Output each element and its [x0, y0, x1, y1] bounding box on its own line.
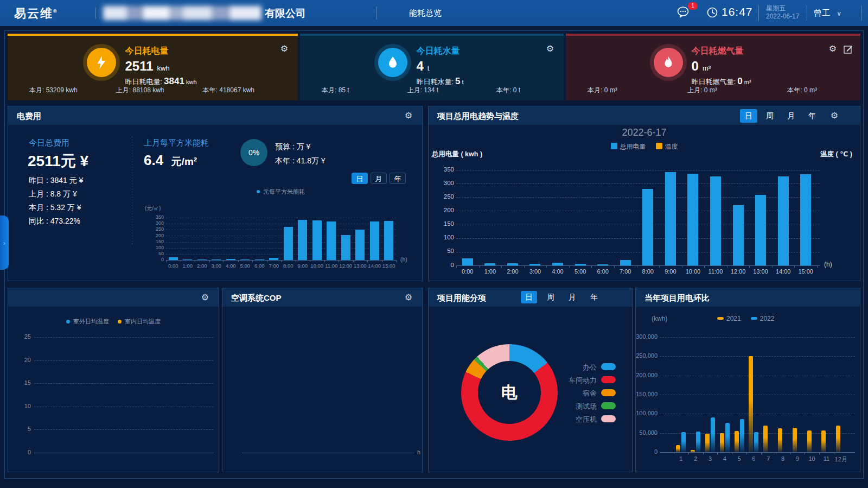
bar — [212, 259, 221, 260]
edit-icon[interactable] — [844, 45, 853, 54]
panel-title: 项目用能分项 — [437, 293, 486, 303]
y-axis-tick: 250 — [435, 193, 454, 200]
legend-label[interactable]: 测试场 — [521, 402, 597, 411]
legend-item[interactable]: 总用电量 — [611, 142, 646, 151]
x-tick-mark — [659, 265, 660, 268]
tab-月[interactable]: 月 — [564, 291, 580, 303]
card-accent-bar — [8, 34, 298, 36]
panel-electricity-cost: 电费用 ⚙ 今日总费用 2511元 ¥ 昨日 : 3841 元 ¥ 上月 : 8… — [8, 106, 423, 281]
y-axis-tick: 150 — [145, 239, 164, 244]
bar — [529, 264, 540, 265]
tab-周[interactable]: 周 — [542, 291, 559, 303]
bar — [484, 263, 495, 265]
y-axis-tick: 50,000 — [633, 429, 658, 436]
gear-icon[interactable]: ⚙ — [280, 45, 288, 53]
legend-swatch[interactable] — [601, 376, 616, 383]
split-tab-group: 日周月年 — [521, 291, 602, 303]
x-tick-mark — [790, 452, 790, 454]
tab-年[interactable]: 年 — [803, 109, 821, 123]
card-gas: ⚙ 今日耗燃气量 0m³ 昨日耗燃气量:0m³ 本月: 0 m³上月: 0 m³… — [566, 34, 860, 100]
x-tick-mark — [834, 452, 834, 454]
x-tick-mark — [546, 265, 547, 268]
bar-2021 — [836, 426, 840, 452]
x-tick-mark — [819, 452, 820, 454]
legend-label[interactable]: 车间动力 — [521, 376, 597, 385]
legend-item[interactable]: 2022 — [751, 315, 775, 322]
legend-swatch[interactable] — [601, 389, 616, 396]
legend-item[interactable]: 室内日均温度 — [118, 318, 161, 326]
nav-energy-overview[interactable]: 能耗总览 — [409, 8, 442, 18]
bar-2022 — [696, 432, 700, 452]
bar — [269, 258, 278, 260]
bar — [341, 235, 350, 260]
card-accent-bar — [566, 34, 860, 36]
trend-legend: 总用电量温度 — [429, 142, 860, 151]
x-axis-unit: h — [417, 449, 420, 455]
bar-2022 — [711, 417, 715, 452]
gear-icon[interactable]: ⚙ — [201, 293, 209, 302]
y-axis-tick: 300,000 — [633, 333, 658, 340]
bar — [710, 176, 721, 265]
x-tick-mark — [456, 265, 457, 268]
gridline — [34, 337, 213, 338]
legend-label[interactable]: 办公 — [521, 363, 597, 372]
bar — [169, 257, 178, 260]
legend-swatch — [611, 143, 617, 149]
bar — [778, 176, 789, 265]
card-period-stats: 本月: 53209 kwh上月: 88108 kwh本年: 418067 kwh — [29, 86, 254, 95]
gear-icon[interactable]: ⚙ — [405, 293, 412, 302]
dashed-divider — [132, 136, 132, 245]
gear-icon[interactable]: ⚙ — [831, 111, 838, 120]
year-budget-text: 本年 : 41.8万 ¥ — [275, 156, 326, 166]
card-period-stats: 本月: 0 m³上月: 0 m³本年: 0 m³ — [588, 86, 817, 95]
tab-年[interactable]: 年 — [586, 291, 602, 303]
bar — [733, 205, 744, 265]
card-yesterday: 昨日耗水量:5t — [416, 76, 463, 87]
today-cost-value: 2511元 ¥ — [28, 151, 88, 172]
tab-月[interactable]: 月 — [782, 109, 800, 123]
tab-月[interactable]: 月 — [371, 173, 387, 184]
tab-日[interactable]: 日 — [352, 173, 368, 184]
legend-item[interactable]: 温度 — [656, 142, 678, 151]
cost-row: 同比 : 473.22% — [29, 217, 80, 226]
y-axis-tick: 0 — [633, 448, 658, 455]
legend-swatch — [656, 143, 662, 149]
x-tick-mark — [614, 265, 615, 268]
legend-label[interactable]: 空压机 — [521, 415, 597, 424]
bar-2021 — [705, 434, 710, 452]
bar-2021 — [763, 426, 768, 452]
top-header: 易云维® 有限公司 能耗总览 1 16:47 星期五 2022-06-17 曾工… — [0, 0, 868, 26]
tab-日[interactable]: 日 — [740, 109, 757, 123]
sidebar-expand-tab[interactable]: › — [0, 216, 9, 270]
y-axis-label: 总用电量 ( kwh ) — [432, 150, 482, 159]
y-axis-tick: 200,000 — [633, 372, 658, 378]
legend-item[interactable]: 2021 — [717, 315, 741, 322]
cost-row: 本月 : 5.32 万 ¥ — [29, 203, 81, 213]
legend-swatch[interactable] — [601, 402, 616, 409]
tab-周[interactable]: 周 — [761, 109, 778, 123]
legend-dot — [66, 320, 70, 324]
y-axis-tick: 0 — [17, 449, 31, 455]
x-tick-mark — [181, 260, 181, 262]
legend-label[interactable]: 宿舍 — [521, 389, 597, 398]
legend-item[interactable]: 室外日均温度 — [66, 318, 109, 326]
bar — [226, 259, 235, 260]
user-menu[interactable]: 曾工 ∨ — [814, 8, 841, 18]
bar — [355, 230, 365, 260]
tab-年[interactable]: 年 — [390, 173, 406, 184]
chart-date-title: 2022-6-17 — [429, 127, 860, 138]
legend-swatch[interactable] — [601, 363, 616, 370]
card-period-stats: 本月: 85 t上月: 134 t本年: 0 t — [322, 86, 520, 95]
gear-icon[interactable]: ⚙ — [546, 45, 554, 53]
bar — [665, 172, 676, 265]
y-axis-tick: 20 — [17, 357, 31, 363]
tab-日[interactable]: 日 — [521, 291, 537, 303]
divider — [376, 7, 377, 20]
sqm-label: 上月每平方米能耗 — [144, 138, 209, 148]
gridline — [34, 360, 213, 361]
message-icon[interactable] — [677, 7, 690, 18]
gear-icon[interactable]: ⚙ — [405, 111, 412, 120]
cost-row: 上月 : 8.8 万 ¥ — [29, 189, 77, 199]
legend-swatch[interactable] — [601, 415, 616, 422]
bar — [755, 195, 766, 265]
